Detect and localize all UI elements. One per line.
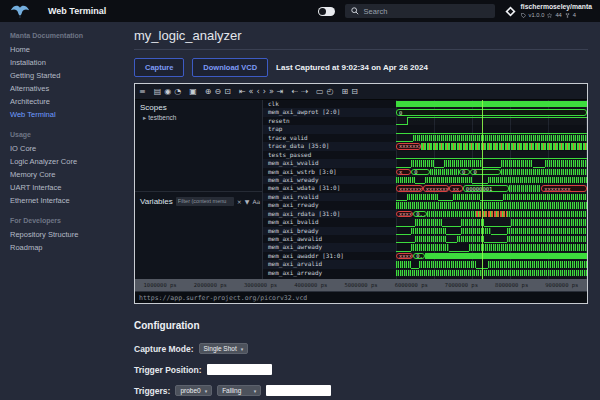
capture-button[interactable]: Capture <box>134 58 184 77</box>
wave-row[interactable] <box>396 227 587 235</box>
trigger-position-input[interactable] <box>207 364 272 375</box>
wave-row[interactable] <box>396 176 587 184</box>
search-input[interactable]: Search <box>345 4 495 18</box>
wave-row[interactable] <box>396 151 587 159</box>
wave-row[interactable] <box>396 201 587 209</box>
capture-mode-select[interactable]: Single Shot▾ <box>199 343 249 354</box>
open-file-icon[interactable]: ▤ <box>154 85 162 99</box>
wave-row[interactable] <box>396 218 587 226</box>
signal-name[interactable]: clk <box>263 100 396 108</box>
wave-segment <box>446 227 461 235</box>
signal-name[interactable]: mem_axi_rvalid <box>263 193 396 201</box>
signal-name[interactable]: mem_axi_awprot [2:0] <box>263 108 396 116</box>
signal-name[interactable]: mem_axi_awready <box>263 243 396 251</box>
sidebar-item-architecture[interactable]: Architecture <box>10 95 126 108</box>
toggle-knob <box>319 8 326 15</box>
trigger-value-input[interactable] <box>266 385 331 396</box>
wave-row[interactable] <box>396 193 587 201</box>
sidebar-item-uart-interface[interactable]: UART Interface <box>10 181 126 194</box>
step-forward-icon[interactable]: › <box>263 85 266 99</box>
next-transition-icon[interactable]: ⇢ <box>301 85 308 99</box>
step-backward-icon[interactable]: ‹ <box>257 85 260 99</box>
variables-filter-input[interactable] <box>176 197 234 206</box>
timeline-tick: 7000000 ps <box>436 282 486 288</box>
prev-transition-icon[interactable]: ⇠ <box>292 85 299 99</box>
zoom-in-icon[interactable]: ⊕ <box>205 85 212 99</box>
trigger-probe-select[interactable]: probe0▾ <box>175 385 212 396</box>
signal-name[interactable]: mem_axi_awaddr [31:0] <box>263 252 396 260</box>
wave-row[interactable] <box>396 159 587 167</box>
timeline-tick: 8000000 ps <box>487 282 537 288</box>
signal-name[interactable]: mem_axi_bvalid <box>263 218 396 226</box>
signal-name[interactable]: mem_axi_bready <box>263 227 396 235</box>
wave-row[interactable]: xxxxxxxxxxxxxxxxxx...00000001xxxxxxxx <box>396 184 587 192</box>
signal-name[interactable]: trap <box>263 125 396 133</box>
wave-row[interactable] <box>396 125 587 133</box>
fast-forward-icon[interactable]: » <box>269 85 274 99</box>
waveform-canvas[interactable]: 0xxxxxxxx...x000xxxxxxxxxxxxxxxxxx...000… <box>396 100 587 279</box>
sidebar-item-web-terminal[interactable]: Web Terminal <box>10 108 126 121</box>
case-sensitive-icon[interactable]: Aa <box>252 198 260 205</box>
go-end-icon[interactable]: ⇥ <box>277 85 284 99</box>
wave-segment <box>411 260 419 268</box>
signal-name[interactable]: trace_valid <box>263 134 396 142</box>
signal-name[interactable]: mem_axi_arvalid <box>263 260 396 268</box>
sidebar-item-roadmap[interactable]: Roadmap <box>10 241 126 254</box>
wave-row[interactable] <box>396 243 587 251</box>
toggle-icon[interactable]: ▭ <box>316 85 324 99</box>
signal-name[interactable]: mem_axi_wstrb [3:0] <box>263 168 396 176</box>
wave-row[interactable] <box>396 117 587 125</box>
signal-name[interactable]: tests_passed <box>263 151 396 159</box>
repo-link[interactable]: fischermoseley/manta v1.0.0 44 4 <box>505 3 592 19</box>
wave-row[interactable]: xxxxxxxx... <box>396 142 587 150</box>
zoom-fit-icon[interactable]: ⊡ <box>224 85 231 99</box>
sidebar-item-repository-structure[interactable]: Repository Structure <box>10 228 126 241</box>
sidebar-item-installation[interactable]: Installation <box>10 56 126 69</box>
sidebar-item-ethernet-interface[interactable]: Ethernet Interface <box>10 194 126 207</box>
menu-icon[interactable]: ≡ <box>139 85 146 99</box>
download-vcd-button[interactable]: Download VCD <box>192 58 268 77</box>
stop-icon[interactable]: ▣ <box>189 85 197 99</box>
clear-filter-icon[interactable]: × <box>237 198 242 205</box>
signal-name[interactable]: mem_axi_wready <box>263 176 396 184</box>
wave-row[interactable] <box>396 269 587 277</box>
wave-segment <box>425 253 587 259</box>
info-icon[interactable]: ◉ <box>164 85 171 99</box>
signal-name[interactable]: trace_data [35:0] <box>263 142 396 150</box>
timeline-cursor[interactable] <box>482 100 483 279</box>
sidebar-item-io-core[interactable]: IO Core <box>10 142 126 155</box>
signal-name[interactable]: mem_axi_rready <box>263 201 396 209</box>
dark-mode-toggle[interactable] <box>318 7 335 16</box>
sidebar-item-alternatives[interactable]: Alternatives <box>10 82 126 95</box>
sidebar-item-getting-started[interactable]: Getting Started <box>10 69 126 82</box>
wave-row[interactable] <box>396 260 587 268</box>
signal-name[interactable]: mem_axi_arready <box>263 269 396 277</box>
wave-row[interactable]: 0 <box>396 108 587 116</box>
remove-icon[interactable]: ⊟ <box>351 85 358 99</box>
add-icon[interactable]: ⊞ <box>341 85 348 99</box>
sidebar-item-home[interactable]: Home <box>10 43 126 56</box>
wave-row[interactable]: x000 <box>396 168 587 176</box>
go-start-icon[interactable]: ⇤ <box>239 85 246 99</box>
signal-name[interactable]: mem_axi_wvalid <box>263 159 396 167</box>
signal-name[interactable]: resetn <box>263 117 396 125</box>
wave-row[interactable]: xxxx...0... <box>396 252 587 260</box>
filter-menu-icon[interactable]: ▼ <box>245 198 250 205</box>
wave-row[interactable] <box>396 100 587 108</box>
trigger-edge-select[interactable]: Falling▾ <box>217 385 261 396</box>
signal-name[interactable]: mem_axi_awvalid <box>263 235 396 243</box>
wave-segment <box>484 218 511 226</box>
clock-icon[interactable]: ◔ <box>174 85 181 99</box>
sidebar-item-logic-analyzer-core[interactable]: Logic Analyzer Core <box>10 155 126 168</box>
wave-segment <box>427 211 477 217</box>
scope-item-testbench[interactable]: ▸testbench <box>135 114 262 122</box>
sidebar-item-memory-core[interactable]: Memory Core <box>10 168 126 181</box>
zoom-out-icon[interactable]: ⊖ <box>215 85 222 99</box>
timer-icon[interactable]: ◴ <box>327 85 334 99</box>
wave-row[interactable]: xxxx...0... <box>396 210 587 218</box>
wave-row[interactable] <box>396 235 587 243</box>
fast-backward-icon[interactable]: « <box>249 85 254 99</box>
signal-name[interactable]: mem_axi_rdata [31:0] <box>263 210 396 218</box>
signal-name[interactable]: mem_axi_wdata [31:0] <box>263 184 396 192</box>
wave-row[interactable] <box>396 134 587 142</box>
